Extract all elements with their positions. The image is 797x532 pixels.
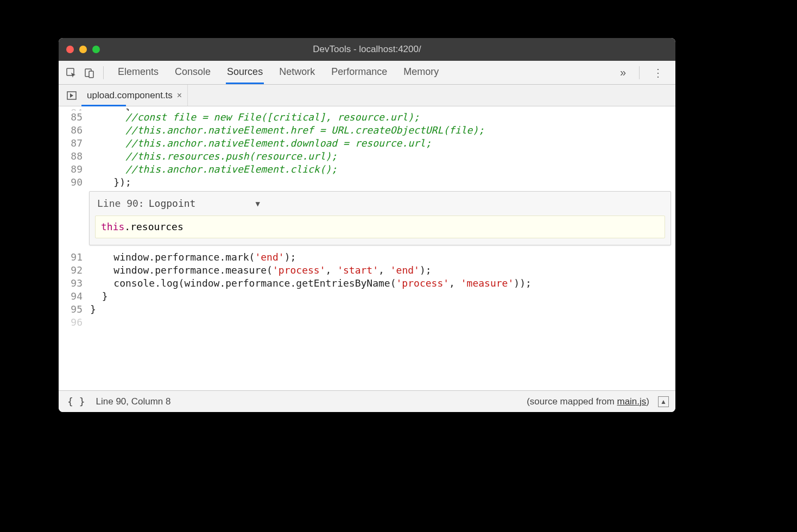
source-mapped-label: (source mapped from main.js) — [527, 396, 649, 407]
gutter-line-number[interactable]: 85 — [59, 111, 87, 124]
code-line[interactable]: }, — [87, 106, 675, 111]
panel-tabs: ElementsConsoleSourcesNetworkPerformance… — [109, 61, 618, 84]
logpoint-line-label: Line 90: — [97, 197, 144, 210]
settings-menu-icon[interactable]: ⋮ — [645, 66, 671, 79]
code-line[interactable]: //this.anchor.nativeElement.click(); — [87, 163, 675, 176]
gutter-line-number[interactable]: 96 — [59, 316, 87, 329]
code-line[interactable]: console.log(window.performance.getEntrie… — [87, 277, 675, 290]
close-window-button[interactable] — [66, 46, 74, 53]
window-title: DevTools - localhost:4200/ — [59, 44, 675, 55]
code-line[interactable]: //this.resources.push(resource.url); — [87, 150, 675, 163]
file-tab-name: upload.component.ts — [87, 90, 173, 101]
panel-tab-elements[interactable]: Elements — [117, 61, 160, 84]
overflow-tabs-button[interactable]: » — [620, 66, 634, 79]
panel-tab-memory[interactable]: Memory — [402, 61, 440, 84]
traffic-lights — [66, 46, 100, 53]
show-drawer-icon[interactable]: ▲ — [658, 396, 669, 407]
pretty-print-icon[interactable]: { } — [65, 396, 87, 407]
gutter-line-number[interactable]: 88 — [59, 150, 87, 163]
devtools-window: DevTools - localhost:4200/ ElementsConso… — [59, 38, 675, 412]
close-file-tab-icon[interactable]: × — [177, 91, 182, 100]
file-tab-strip: upload.component.ts × — [59, 85, 675, 106]
toolbar-separator — [639, 66, 640, 79]
source-editor[interactable]: 84 },85 //const file = new File([critica… — [59, 106, 675, 390]
gutter-line-number[interactable]: 91 — [59, 251, 87, 264]
inspect-element-icon[interactable] — [63, 65, 79, 81]
gutter-line-number[interactable]: 84 — [59, 106, 87, 111]
code-line[interactable]: window.performance.measure('process', 's… — [87, 264, 675, 277]
code-line[interactable]: } — [87, 303, 675, 316]
svg-rect-2 — [89, 71, 93, 78]
panel-tab-network[interactable]: Network — [278, 61, 316, 84]
zoom-window-button[interactable] — [92, 46, 100, 53]
toolbar-separator — [103, 66, 104, 79]
code-line[interactable]: } — [87, 290, 675, 303]
gutter-line-number[interactable]: 89 — [59, 163, 87, 176]
titlebar: DevTools - localhost:4200/ — [59, 38, 675, 61]
logpoint-expression-input[interactable]: this.resources — [95, 216, 665, 238]
chevron-down-icon: ▼ — [255, 197, 260, 210]
code-line[interactable]: }); — [87, 176, 675, 189]
device-toolbar-icon[interactable] — [81, 65, 98, 81]
gutter-line-number[interactable]: 93 — [59, 277, 87, 290]
code-line[interactable]: //const file = new File([critical], reso… — [87, 111, 675, 124]
panel-tab-console[interactable]: Console — [174, 61, 212, 84]
code-line[interactable]: //this.anchor.nativeElement.href = URL.c… — [87, 124, 675, 137]
gutter-line-number[interactable]: 92 — [59, 264, 87, 277]
source-map-link[interactable]: main.js — [617, 396, 646, 407]
statusbar: { } Line 90, Column 8 (source mapped fro… — [59, 390, 675, 412]
gutter-line-number[interactable]: 95 — [59, 303, 87, 316]
gutter-line-number[interactable]: 86 — [59, 124, 87, 137]
main-toolbar: ElementsConsoleSourcesNetworkPerformance… — [59, 61, 675, 85]
gutter-line-number[interactable]: 94 — [59, 290, 87, 303]
gutter-line-number[interactable]: 90 — [59, 176, 87, 189]
cursor-position: Line 90, Column 8 — [96, 396, 171, 407]
gutter-line-number[interactable]: 87 — [59, 137, 87, 150]
logpoint-panel: Line 90:Logpoint▼this.resources — [89, 191, 671, 245]
minimize-window-button[interactable] — [79, 46, 87, 53]
file-tab[interactable]: upload.component.ts × — [81, 85, 188, 106]
navigator-toggle-icon[interactable] — [62, 85, 81, 106]
panel-tab-performance[interactable]: Performance — [330, 61, 388, 84]
breakpoint-type-select[interactable]: Logpoint▼ — [149, 197, 260, 210]
panel-tab-sources[interactable]: Sources — [226, 61, 264, 84]
code-line[interactable]: //this.anchor.nativeElement.download = r… — [87, 137, 675, 150]
code-line[interactable]: window.performance.mark('end'); — [87, 251, 675, 264]
code-line[interactable] — [87, 316, 675, 329]
